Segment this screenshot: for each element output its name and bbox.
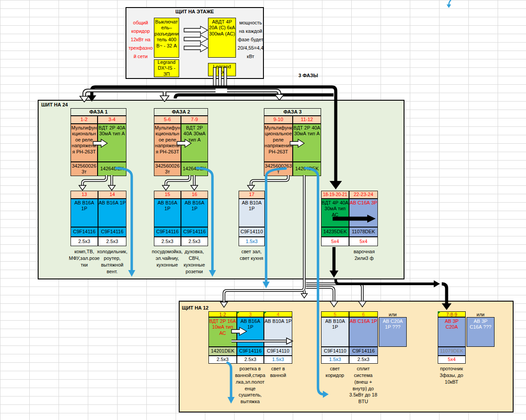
- phase-block-1[interactable]: ФАЗА 1 1-2 3-4 Мультифункциональное реле…: [71, 108, 126, 176]
- breaker12-5-device: АВ В10А 1Р: [321, 317, 349, 347]
- breaker12-3-slot: 3: [237, 311, 264, 317]
- phase-block-3[interactable]: ФАЗА 3 9-10 11-12 Мультифункциональное р…: [264, 108, 321, 176]
- isolator-model-cell[interactable]: Legrand DX³-IS - ЗП: [154, 59, 179, 77]
- comment-corner-icon: [264, 311, 267, 314]
- breaker12-7-8-9-cable: 5х4: [438, 356, 466, 364]
- load-label-7-8-9: проточник 3фазы, до 10кВТ: [436, 365, 467, 385]
- breaker12-1-2-code: 14201DEK: [208, 347, 237, 356]
- breaker12-alt-1[interactable]: или АВ С20А 1Р ???: [379, 311, 407, 347]
- breaker12-7-8-9-code: 11079DEK: [438, 347, 466, 356]
- breaker12-4-slot: 4: [264, 311, 292, 317]
- breaker12-alt-2-label: или: [467, 311, 495, 317]
- breaker-13[interactable]: 13 АВ В16А 1Р C9F14116 2.5х3: [71, 191, 98, 246]
- breaker12-7-8-9-device: АВ 3Р С20А: [438, 317, 466, 347]
- breaker-22-24[interactable]: 22-23-24 АВ С16А 3Р 11078DEK 5х4: [349, 191, 378, 246]
- breaker-22-24-cable: 5х4: [349, 237, 378, 246]
- breaker-16-slot: 16: [181, 191, 208, 199]
- breaker-22-24-slot: 22-23-24: [349, 191, 378, 199]
- breaker12-6-cable: 2.5х3: [349, 356, 378, 364]
- three-phase-label: 3 ФАЗЫ: [293, 73, 324, 78]
- breaker-17-device: АВ В10А 1Р: [239, 199, 265, 227]
- breaker-17-code: C9F14110: [239, 227, 265, 237]
- breaker-22-24-code: 11078DEK: [349, 227, 378, 237]
- load-label-4: свет в ванной: [264, 365, 292, 379]
- phase-1-rcd-code: 14264DEK: [98, 162, 126, 176]
- breaker-18-21-code: 14235DEK: [321, 227, 349, 237]
- load-label-15: посудомойка, эл.чайниу, кухонные: [152, 248, 183, 268]
- breaker-22-24-device: АВ С16А 3Р: [349, 199, 378, 227]
- breaker-14[interactable]: 14 АВ В16А 1Р C9F14116 2.5х3: [98, 191, 126, 246]
- breaker12-1-2-cable: 2.5х3: [208, 356, 237, 364]
- load-label-16: духовка, СВЧ, кухонные розетки: [179, 248, 209, 275]
- breaker12-3-code: C9F14116: [237, 347, 264, 356]
- breaker12-5-cable: 1.5х3: [321, 356, 349, 364]
- breaker-14-slot: 14: [98, 191, 126, 199]
- breaker-15-slot: 15: [154, 191, 181, 199]
- breaker-16-code: C9F14116: [181, 227, 208, 237]
- breaker-15-device: АВ В16А 1Р: [154, 199, 181, 227]
- breaker12-3[interactable]: 3 АВ В16А 1Р C9F14116 2.5х3: [237, 311, 264, 364]
- blue-arrowhead-icon: [263, 282, 270, 288]
- breaker12-4[interactable]: 4 АВ В10А 1Р C9F14110 1.5х3: [264, 311, 292, 364]
- breaker-13-device: АВ В16А 1Р: [71, 199, 98, 227]
- panel-12-title: ЩИТ НА 12: [182, 305, 208, 310]
- breaker12-alt-1-device: АВ С20А 1Р ???: [379, 317, 407, 347]
- rcbo-model-cell[interactable]: Legrand DX³: [208, 63, 236, 76]
- breaker12-alt-2[interactable]: или АВ 3Р С16А ???: [467, 311, 495, 347]
- phase-3-relay-code: 3425600263т: [264, 162, 293, 176]
- phase-3-slots-b: 11-12: [293, 116, 321, 124]
- comment-corner-icon: [438, 311, 441, 314]
- breaker12-5-code: C9F14110: [321, 347, 349, 356]
- phase-3-rcd-code: 14264DEK: [293, 162, 321, 176]
- rcbo-device-cell[interactable]: АВДТ 4Р 20А (С) 6кА 300мА (АС): [208, 18, 236, 58]
- panel-12-box[interactable]: ЩИТ НА 12 1-2 ВДТ 2Р 16А 10мА тип АС 142…: [179, 301, 514, 412]
- white-feed-route-icon: [84, 90, 279, 97]
- breaker-17-slot: 17: [239, 191, 265, 199]
- panel-24-title: ШИТ НА 24: [41, 102, 68, 107]
- breaker12-3-device: АВ В16А 1Р: [237, 317, 264, 347]
- phase-1-slots-b: 3-4: [98, 116, 126, 124]
- breaker12-1-2[interactable]: 1-2 ВДТ 2Р 16А 10мА тип АС 14201DEK 2.5х…: [208, 311, 237, 364]
- breaker-13-slot: 13: [71, 191, 98, 199]
- breaker-18-21[interactable]: 18-19-20-21 ВДТ 4Р 40А 30мА тип АС 14235…: [321, 191, 349, 246]
- panel-24-box[interactable]: ШИТ НА 24 ФАЗА 1 1-2 3-4 Мультифункциона…: [38, 100, 404, 279]
- phase-1-relay-code: 3425600263т: [71, 162, 98, 176]
- phase-2-rcd-cell: ВДТ 2Р 40А 30мА тип А: [181, 124, 208, 162]
- floor-panel-title: ЩИТ НА ЭТАЖЕ: [126, 9, 263, 14]
- breaker-16[interactable]: 16 АВ В16А 1Р C9F14116 2.5х3: [181, 191, 208, 246]
- breaker-18-21-device: ВДТ 4Р 40А 30мА тип АС: [321, 199, 349, 227]
- breaker12-5-slot: 5: [321, 311, 349, 317]
- breaker12-7-8-9[interactable]: 7-8-9 АВ 3Р С20А 11079DEK 5х4: [438, 311, 466, 364]
- breaker12-4-device: АВ В10А 1Р: [264, 317, 292, 347]
- breaker-15-cable: 2.5х3: [154, 237, 181, 246]
- phase-1-rcd-cell: ВДТ 2Р 40А 30мА тип А: [98, 124, 126, 162]
- breaker12-7-8-9-slot: 7-8-9: [438, 311, 466, 317]
- phase-block-2[interactable]: ФАЗА 2 5-6 7-9 Мультифункциональное реле…: [154, 108, 208, 176]
- breaker-14-code: C9F14116: [98, 227, 126, 237]
- breaker12-6[interactable]: 6 АВ С16А 1Р C9F14116 2.5х3: [349, 311, 378, 364]
- isolator-device-cell[interactable]: Выключатель– разъединитель 400 В~ - 32 А: [154, 18, 179, 58]
- isolator-model-label: Legrand DX³-IS - ЗП: [154, 59, 179, 77]
- load-label-6: сплит система (внеш + внутр) до 3.5кВт д…: [348, 365, 379, 405]
- load-label-13: комп,ТВ, МФУ,зал.розетки: [68, 248, 100, 268]
- breaker-17-cable: 1.5х3: [239, 237, 265, 246]
- breaker-15[interactable]: 15 АВ В16А 1Р C9F14116 2.5х3: [154, 191, 181, 246]
- breaker-17[interactable]: 17 АВ В10А 1Р C9F14110 1.5х3: [239, 191, 265, 246]
- load-label-14: холодильник, роутер, вытяжной вент.: [97, 248, 128, 275]
- spreadsheet-canvas[interactable]: { "colors": { "accent_blue": "#2f9fd9", …: [0, 0, 526, 420]
- comment-corner-icon: [237, 311, 240, 314]
- floor-panel-right-note: мощность на каждой фазе будет 20/4,55=4,…: [237, 19, 264, 61]
- floor-panel-box[interactable]: ЩИТ НА ЭТАЖЕ общий коридор 12кВт на трех…: [126, 7, 264, 79]
- floor-panel-left-note: общий коридор 12кВт на трехфазной сети: [127, 19, 154, 61]
- breaker12-alt-1-label: или: [379, 311, 407, 317]
- breaker-16-device: АВ В16А 1Р: [181, 199, 208, 227]
- load-label-17: свет зал, свет кухня: [236, 248, 267, 262]
- breaker12-5[interactable]: 5 АВ В10А 1Р C9F14110 1.5х3: [321, 311, 349, 364]
- breaker-13-cable: 2.5х3: [71, 237, 98, 246]
- load-label-3: розетка в ванной,стиралка,эл.полотенце с…: [235, 365, 266, 405]
- phase-2-slots-a: 5-6: [154, 116, 181, 124]
- phase-2-rcd-code: 14264DEK: [181, 162, 208, 176]
- phase-1-name: ФАЗА 1: [71, 108, 126, 116]
- breaker12-4-cable: 1.5х3: [264, 356, 292, 364]
- isolator-device-label: Выключатель– разъединитель 400 В~ - 32 А: [154, 19, 179, 49]
